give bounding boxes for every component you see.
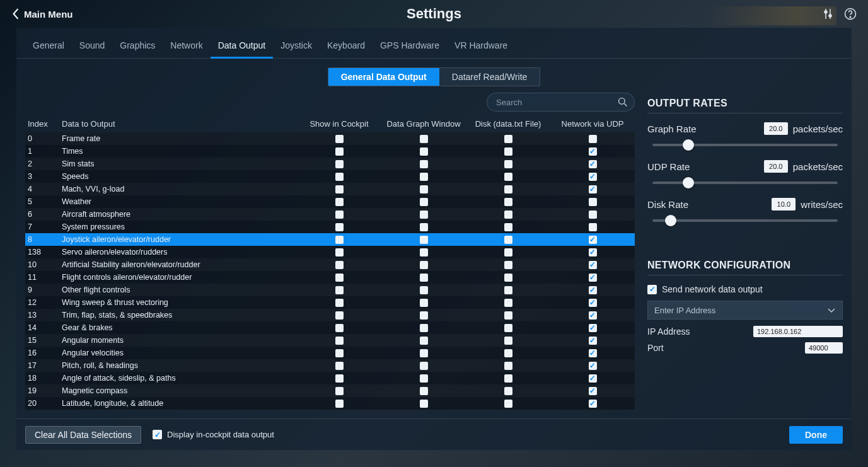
grid-body[interactable]: 0Frame rate1Times2Sim stats3Speeds4Mach,…	[25, 132, 635, 410]
row-checkbox[interactable]	[504, 387, 512, 395]
display-cockpit-checkbox[interactable]	[153, 430, 162, 439]
row-checkbox[interactable]	[335, 374, 344, 383]
row-checkbox[interactable]	[589, 337, 597, 345]
clear-all-button[interactable]: Clear All Data Selections	[25, 426, 141, 444]
row-checkbox[interactable]	[335, 198, 344, 206]
table-row[interactable]: 3Speeds	[25, 170, 635, 183]
row-checkbox[interactable]	[335, 147, 344, 156]
row-checkbox[interactable]	[504, 210, 512, 219]
ip-address-input[interactable]: 192.168.0.162	[753, 326, 843, 337]
row-checkbox[interactable]	[335, 223, 344, 231]
row-checkbox[interactable]	[420, 185, 428, 193]
row-checkbox[interactable]	[335, 349, 344, 357]
row-checkbox[interactable]	[420, 173, 428, 181]
row-checkbox[interactable]	[589, 311, 597, 320]
row-checkbox[interactable]	[589, 274, 597, 282]
tab-data-output[interactable]: Data Output	[211, 35, 274, 59]
row-checkbox[interactable]	[420, 147, 428, 156]
table-row[interactable]: 13Trim, flap, stats, & speedbrakes	[25, 309, 635, 321]
row-checkbox[interactable]	[335, 324, 344, 332]
row-checkbox[interactable]	[504, 135, 512, 143]
search-input[interactable]	[496, 98, 618, 107]
subtab-dataref-read-write[interactable]: Dataref Read/Write	[439, 68, 540, 86]
disk-rate-slider[interactable]	[647, 214, 843, 227]
row-checkbox[interactable]	[504, 274, 512, 282]
table-row[interactable]: 17Pitch, roll, & headings	[25, 359, 635, 372]
row-checkbox[interactable]	[589, 223, 597, 231]
tab-sound[interactable]: Sound	[72, 35, 112, 58]
row-checkbox[interactable]	[420, 324, 428, 332]
row-checkbox[interactable]	[504, 311, 512, 320]
row-checkbox[interactable]	[420, 135, 428, 143]
row-checkbox[interactable]	[335, 160, 344, 168]
row-checkbox[interactable]	[335, 400, 344, 408]
row-checkbox[interactable]	[504, 362, 512, 370]
row-checkbox[interactable]	[335, 135, 344, 143]
row-checkbox[interactable]	[589, 324, 597, 332]
tab-vr-hardware[interactable]: VR Hardware	[447, 35, 515, 58]
row-checkbox[interactable]	[504, 337, 512, 345]
row-checkbox[interactable]	[589, 261, 597, 269]
table-row[interactable]: 19Magnetic compass	[25, 384, 635, 397]
row-checkbox[interactable]	[504, 236, 512, 244]
row-checkbox[interactable]	[335, 387, 344, 395]
row-checkbox[interactable]	[504, 400, 512, 408]
table-row[interactable]: 1Times	[25, 145, 635, 158]
row-checkbox[interactable]	[504, 223, 512, 231]
table-row[interactable]: 9Other flight controls	[25, 284, 635, 296]
row-checkbox[interactable]	[504, 299, 512, 307]
row-checkbox[interactable]	[335, 210, 344, 219]
table-row[interactable]: 14Gear & brakes	[25, 321, 635, 334]
row-checkbox[interactable]	[589, 286, 597, 294]
row-checkbox[interactable]	[589, 400, 597, 408]
table-row[interactable]: 15Angular moments	[25, 334, 635, 347]
row-checkbox[interactable]	[589, 198, 597, 206]
done-button[interactable]: Done	[789, 426, 843, 444]
row-checkbox[interactable]	[420, 387, 428, 395]
row-checkbox[interactable]	[589, 135, 597, 143]
row-checkbox[interactable]	[420, 198, 428, 206]
row-checkbox[interactable]	[420, 248, 428, 257]
row-checkbox[interactable]	[335, 337, 344, 345]
row-checkbox[interactable]	[420, 362, 428, 370]
table-row[interactable]: 138Servo aileron/elevator/rudders	[25, 246, 635, 258]
row-checkbox[interactable]	[504, 160, 512, 168]
table-row[interactable]: 6Aircraft atmosphere	[25, 208, 635, 221]
row-checkbox[interactable]	[420, 349, 428, 357]
row-checkbox[interactable]	[504, 374, 512, 383]
table-row[interactable]: 20Latitude, longitude, & altitude	[25, 397, 635, 410]
port-input[interactable]: 49000	[805, 342, 843, 354]
row-checkbox[interactable]	[589, 248, 597, 257]
row-checkbox[interactable]	[589, 147, 597, 156]
row-checkbox[interactable]	[420, 261, 428, 269]
table-row[interactable]: 4Mach, VVI, g-load	[25, 183, 635, 195]
row-checkbox[interactable]	[420, 236, 428, 244]
udp-rate-value[interactable]: 20.0	[764, 160, 788, 173]
tab-general[interactable]: General	[25, 35, 72, 58]
table-row[interactable]: 2Sim stats	[25, 158, 635, 170]
row-checkbox[interactable]	[504, 173, 512, 181]
disk-rate-value[interactable]: 10.0	[772, 198, 796, 210]
ip-dropdown[interactable]: Enter IP Address	[647, 301, 843, 320]
row-checkbox[interactable]	[335, 299, 344, 307]
subtab-general-data-output[interactable]: General Data Output	[328, 68, 439, 86]
row-checkbox[interactable]	[504, 185, 512, 193]
search-input-wrap[interactable]	[487, 93, 635, 112]
row-checkbox[interactable]	[420, 160, 428, 168]
tab-network[interactable]: Network	[163, 35, 210, 58]
table-row[interactable]: 12Wing sweep & thrust vectoring	[25, 296, 635, 309]
row-checkbox[interactable]	[335, 173, 344, 181]
row-checkbox[interactable]	[335, 311, 344, 320]
row-checkbox[interactable]	[504, 248, 512, 257]
table-row[interactable]: 8Joystick aileron/elevator/rudder	[25, 233, 635, 246]
row-checkbox[interactable]	[335, 236, 344, 244]
row-checkbox[interactable]	[589, 173, 597, 181]
row-checkbox[interactable]	[589, 160, 597, 168]
row-checkbox[interactable]	[420, 337, 428, 345]
row-checkbox[interactable]	[504, 147, 512, 156]
help-icon[interactable]	[844, 8, 857, 20]
sliders-icon[interactable]	[823, 8, 835, 20]
row-checkbox[interactable]	[335, 362, 344, 370]
row-checkbox[interactable]	[589, 185, 597, 193]
tab-keyboard[interactable]: Keyboard	[320, 35, 373, 58]
